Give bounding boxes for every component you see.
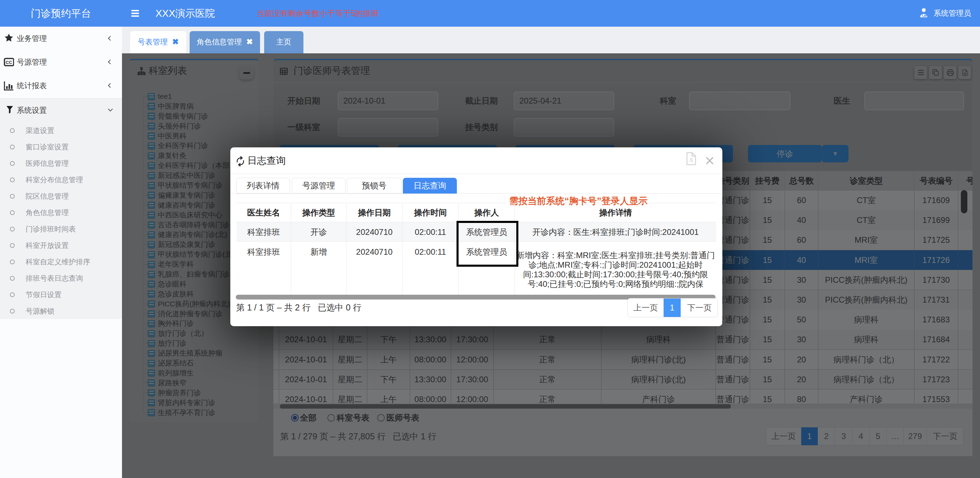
svg-text:X: X (689, 157, 693, 163)
svg-text:CC: CC (6, 60, 12, 65)
